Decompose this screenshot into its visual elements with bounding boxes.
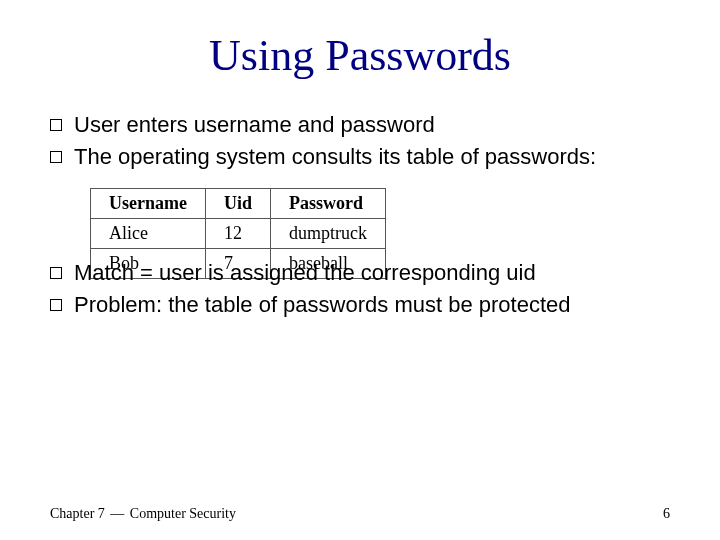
cell-username: Alice (91, 219, 206, 249)
table-header-row: Username Uid Password (91, 189, 386, 219)
footer-topic: Computer Security (130, 506, 236, 521)
table-row: Alice 12 dumptruck (91, 219, 386, 249)
square-bullet-icon (50, 267, 62, 279)
square-bullet-icon (50, 119, 62, 131)
bullet-item: User enters username and password (50, 111, 670, 139)
bullet-item: Problem: the table of passwords must be … (50, 291, 670, 319)
cell-uid: 12 (205, 219, 270, 249)
bullet-text: Match = user is assigned the correspondi… (74, 259, 670, 287)
bullet-item: Match = user is assigned the correspondi… (50, 259, 670, 287)
bullet-text: Problem: the table of passwords must be … (74, 291, 670, 319)
bullet-text: User enters username and password (74, 111, 670, 139)
bullet-list-top: User enters username and password The op… (50, 111, 670, 170)
square-bullet-icon (50, 299, 62, 311)
square-bullet-icon (50, 151, 62, 163)
footer-dash: — (108, 506, 126, 521)
col-uid: Uid (205, 189, 270, 219)
bullet-list-bottom: Match = user is assigned the correspondi… (50, 259, 670, 318)
col-username: Username (91, 189, 206, 219)
slide-footer: Chapter 7 — Computer Security 6 (50, 506, 670, 522)
cell-password: dumptruck (271, 219, 386, 249)
footer-chapter-label: Chapter 7 (50, 506, 105, 521)
bullet-item: The operating system consults its table … (50, 143, 670, 171)
slide-title: Using Passwords (50, 30, 670, 81)
col-password: Password (271, 189, 386, 219)
bullet-text: The operating system consults its table … (74, 143, 670, 171)
footer-chapter: Chapter 7 — Computer Security (50, 506, 236, 522)
footer-page-number: 6 (663, 506, 670, 522)
